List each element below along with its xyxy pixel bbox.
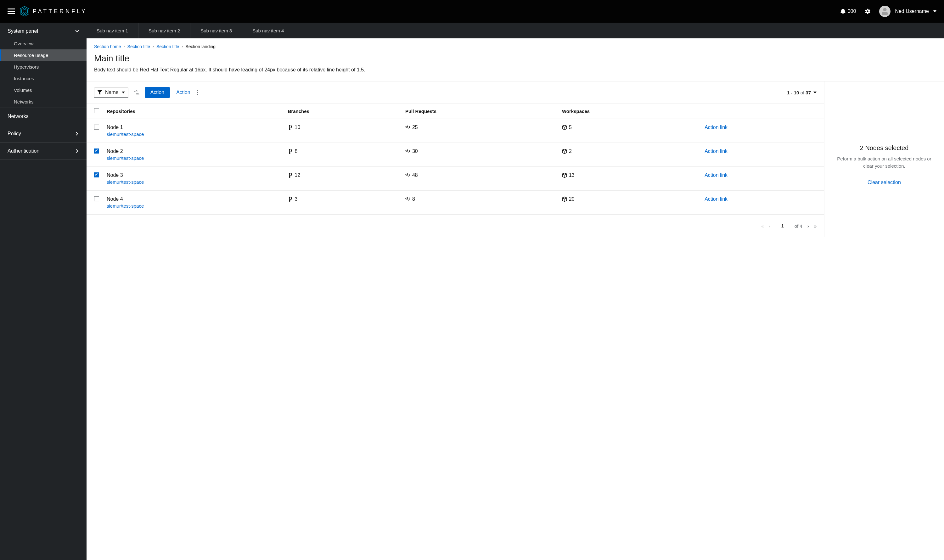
row-checkbox[interactable] xyxy=(94,172,99,177)
sidebar-item-hypervisors[interactable]: Hypervisors xyxy=(0,61,86,73)
subnav-item[interactable]: Sub nav item 4 xyxy=(242,23,294,38)
nav-group-label: System panel xyxy=(8,28,38,34)
sidebar-item-policy[interactable]: Policy xyxy=(0,125,86,142)
subnav-item[interactable]: Sub nav item 2 xyxy=(139,23,190,38)
pull-requests-cell: 25 xyxy=(405,125,418,130)
sidebar: System panel OverviewResource usageHyper… xyxy=(0,23,86,560)
pagination-prev[interactable]: ‹ xyxy=(769,223,771,229)
row-action-link[interactable]: Action link xyxy=(705,125,727,130)
pagination-first[interactable]: « xyxy=(761,223,764,229)
repo-link[interactable]: siemur/test-space xyxy=(107,203,280,209)
range-text: 1 - 10 xyxy=(787,90,799,95)
pagination-last[interactable]: » xyxy=(814,223,816,229)
pull-requests-cell: 30 xyxy=(405,149,418,154)
secondary-action-button[interactable]: Action xyxy=(175,87,191,98)
subnav-item[interactable]: Sub nav item 3 xyxy=(190,23,242,38)
notification-count: 000 xyxy=(848,9,856,14)
chevron-down-icon xyxy=(75,29,79,33)
filter-dropdown[interactable]: Name xyxy=(94,88,128,98)
side-panel-title: 2 Nodes selected xyxy=(860,145,909,152)
sidebar-item-overview[interactable]: Overview xyxy=(0,38,86,49)
row-action-link[interactable]: Action link xyxy=(705,196,727,202)
page-shell: System panel OverviewResource usageHyper… xyxy=(0,23,944,560)
sub-nav: Sub nav item 1Sub nav item 2Sub nav item… xyxy=(86,23,944,38)
masthead: PATTERNFLY 000 Ned Username xyxy=(0,0,944,23)
toolbar: Name Action Action 1 - 10 of 37 xyxy=(86,82,824,103)
sort-button[interactable] xyxy=(133,89,140,95)
sidebar-item-label: Authentication xyxy=(8,148,39,154)
masthead-right: 000 Ned Username xyxy=(840,6,936,17)
breadcrumb-item[interactable]: Section title xyxy=(156,44,179,49)
user-menu-button[interactable]: Ned Username xyxy=(879,6,936,17)
row-action-link[interactable]: Action link xyxy=(705,149,727,154)
workspaces-cell: 20 xyxy=(562,196,574,202)
page-description: Body text should be Red Hat Text Regular… xyxy=(94,66,936,74)
kebab-menu-button[interactable] xyxy=(197,90,198,95)
filter-icon xyxy=(97,90,102,95)
table-row: Node 2siemur/test-space 8 30 2Action lin… xyxy=(86,143,824,167)
subnav-item[interactable]: Sub nav item 1 xyxy=(86,23,139,38)
bell-icon xyxy=(840,9,846,14)
settings-button[interactable] xyxy=(865,9,870,14)
select-all-checkbox[interactable] xyxy=(94,108,99,113)
sort-icon xyxy=(134,90,139,95)
toolbar-pagination-summary[interactable]: 1 - 10 of 37 xyxy=(787,90,816,95)
primary-action-button[interactable]: Action xyxy=(145,87,170,98)
col-workspaces[interactable]: Workspaces xyxy=(558,104,701,119)
user-icon xyxy=(881,8,888,15)
repo-name: Node 1 xyxy=(107,125,123,130)
hamburger-menu-button[interactable] xyxy=(8,9,15,14)
col-repositories[interactable]: Repositories xyxy=(103,104,284,119)
content-row: Name Action Action 1 - 10 of 37 xyxy=(86,82,944,237)
sidebar-item-label: Networks xyxy=(8,114,29,119)
table-row: Node 4siemur/test-space 3 8 20Action lin… xyxy=(86,191,824,215)
breadcrumb-separator: › xyxy=(124,45,125,49)
branches-cell: 8 xyxy=(288,149,298,154)
sidebar-item-networks[interactable]: Networks xyxy=(0,96,86,108)
breadcrumb: Section home›Section title›Section title… xyxy=(94,44,936,49)
pagination-page-input[interactable] xyxy=(776,222,790,230)
brand-text: PATTERNFLY xyxy=(33,8,87,15)
nav-group-system-panel[interactable]: System panel xyxy=(0,23,86,38)
repo-link[interactable]: siemur/test-space xyxy=(107,131,280,137)
repo-link[interactable]: siemur/test-space xyxy=(107,155,280,161)
breadcrumb-item[interactable]: Section title xyxy=(128,44,150,49)
col-actions xyxy=(701,104,824,119)
clear-selection-link[interactable]: Clear selection xyxy=(867,180,901,185)
caret-down-icon xyxy=(933,10,936,13)
brand-logo[interactable]: PATTERNFLY xyxy=(20,6,87,16)
breadcrumb-item[interactable]: Section home xyxy=(94,44,121,49)
workspaces-cell: 2 xyxy=(562,149,572,154)
table-panel: Name Action Action 1 - 10 of 37 xyxy=(86,82,824,237)
row-action-link[interactable]: Action link xyxy=(705,172,727,178)
patternfly-logo-icon xyxy=(20,6,29,16)
row-checkbox[interactable] xyxy=(94,196,99,202)
sidebar-item-authentication[interactable]: Authentication xyxy=(0,142,86,160)
repo-name: Node 3 xyxy=(107,172,123,178)
workspaces-cell: 13 xyxy=(562,172,574,178)
col-pull-requests[interactable]: Pull Requests xyxy=(402,104,558,119)
nav-top-list: NetworksPolicyAuthentication xyxy=(0,108,86,160)
sidebar-item-instances[interactable]: Instances xyxy=(0,73,86,84)
notifications-button[interactable]: 000 xyxy=(840,9,856,14)
side-panel-description: Peform a bulk action on all selected nod… xyxy=(832,155,936,169)
sidebar-item-label: Policy xyxy=(8,131,21,137)
row-checkbox[interactable] xyxy=(94,125,99,129)
sidebar-item-resource-usage[interactable]: Resource usage xyxy=(0,49,86,61)
branches-cell: 12 xyxy=(288,172,300,178)
page-header: Section home›Section title›Section title… xyxy=(86,38,944,82)
sidebar-item-networks[interactable]: Networks xyxy=(0,108,86,125)
caret-down-icon xyxy=(813,92,816,94)
repo-name: Node 4 xyxy=(107,196,123,202)
filter-label: Name xyxy=(105,90,119,95)
data-table: Repositories Branches Pull Requests Work… xyxy=(86,103,824,215)
pagination-next[interactable]: › xyxy=(807,223,809,229)
pagination-of-label: of 4 xyxy=(795,223,802,229)
sidebar-item-volumes[interactable]: Volumes xyxy=(0,84,86,96)
col-branches[interactable]: Branches xyxy=(284,104,402,119)
branches-cell: 3 xyxy=(288,196,298,202)
row-checkbox[interactable] xyxy=(94,149,99,154)
repo-name: Node 2 xyxy=(107,149,123,154)
breadcrumb-item: Section landing xyxy=(185,44,216,49)
repo-link[interactable]: siemur/test-space xyxy=(107,179,280,185)
